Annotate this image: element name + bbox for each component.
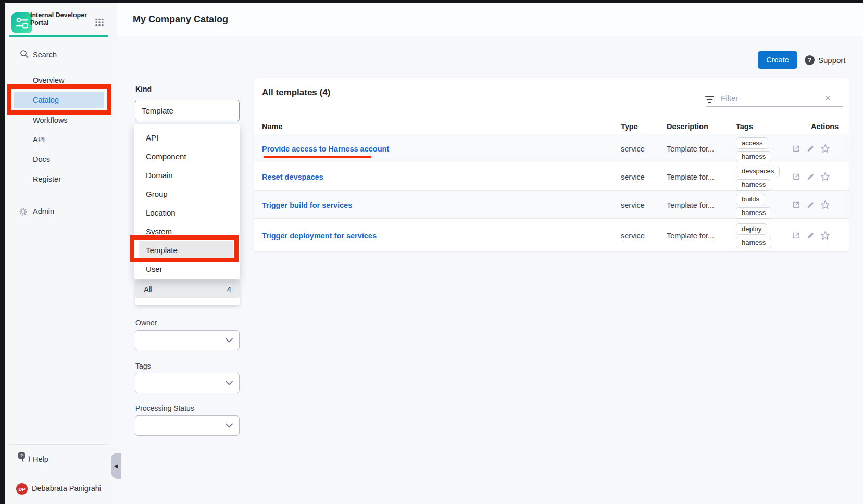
- question-glyph: ?: [808, 57, 811, 64]
- brand-divider: [9, 35, 108, 37]
- table-title: All templates (4): [262, 87, 330, 98]
- tag-badge: harness: [736, 179, 771, 191]
- sidebar-divider: [9, 444, 108, 445]
- sidebar-item-catalog-label: Catalog: [33, 96, 59, 104]
- owner-label: Owner: [135, 319, 157, 327]
- kind-option-domain[interactable]: Domain: [134, 166, 240, 184]
- table-filter-input[interactable]: Filter: [721, 94, 738, 103]
- owner-select[interactable]: [135, 330, 240, 350]
- user-name[interactable]: Debabrata Panigrahi: [32, 484, 101, 493]
- star-icon[interactable]: [820, 172, 830, 182]
- collapse-arrow-icon: ◀: [114, 463, 118, 469]
- tag-badge: harness: [736, 237, 771, 248]
- kind-option-system[interactable]: System: [134, 222, 240, 241]
- page-header: [117, 3, 863, 36]
- edit-pencil-icon[interactable]: [806, 173, 815, 181]
- open-in-new-icon[interactable]: [792, 172, 801, 181]
- star-icon[interactable]: [820, 144, 830, 154]
- filter-input-underline: [706, 106, 843, 107]
- tag-badge: deploy: [736, 223, 767, 235]
- app-logo-icon[interactable]: [11, 12, 32, 33]
- tag-badge: access: [736, 137, 768, 149]
- open-in-new-icon[interactable]: [792, 144, 801, 153]
- kind-select-value: Template: [142, 106, 173, 115]
- kind-option-api[interactable]: API: [134, 128, 240, 147]
- gear-icon: [19, 207, 28, 218]
- sidebar-collapse-handle[interactable]: ◀: [111, 453, 121, 479]
- column-header-actions: Actions: [811, 122, 839, 131]
- star-icon[interactable]: [820, 200, 830, 210]
- template-link[interactable]: Reset devspaces: [262, 173, 323, 181]
- row-description: Template for...: [667, 173, 714, 181]
- row-type: service: [621, 232, 645, 240]
- type-all-label: All: [144, 285, 153, 294]
- tag-badge: harness: [736, 207, 771, 219]
- help-icon: ?: [18, 452, 30, 464]
- support-link[interactable]: Support: [818, 56, 846, 65]
- app-title-line2: Portal: [30, 19, 92, 27]
- tag-badge: harness: [736, 151, 771, 162]
- sidebar-item-admin[interactable]: Admin: [33, 207, 54, 216]
- type-filter-all-row[interactable]: All 4: [135, 280, 240, 298]
- kind-option-location[interactable]: Location: [134, 203, 240, 222]
- sidebar-item-overview[interactable]: Overview: [33, 75, 64, 85]
- page-title: My Company Catalog: [133, 14, 228, 25]
- filter-clear-icon[interactable]: ×: [825, 93, 831, 104]
- processing-status-select[interactable]: [135, 415, 240, 436]
- template-link[interactable]: Trigger build for services: [262, 201, 352, 209]
- star-icon[interactable]: [820, 231, 830, 241]
- open-in-new-icon[interactable]: [792, 231, 801, 240]
- edit-pencil-icon[interactable]: [806, 232, 815, 240]
- kind-dropdown-menu: API Component Domain Group Location Syst…: [134, 124, 240, 279]
- edit-pencil-icon[interactable]: [806, 201, 815, 209]
- app-title-line1: Internal Developer: [30, 11, 92, 19]
- template-link[interactable]: Provide access to Harness account: [262, 145, 389, 153]
- template-link[interactable]: Trigger deployment for services: [262, 232, 377, 240]
- support-help-icon[interactable]: ?: [805, 55, 815, 65]
- filter-icon: [705, 96, 714, 105]
- app-title: Internal Developer Portal: [30, 11, 92, 27]
- sidebar-item-help[interactable]: Help: [33, 455, 48, 464]
- kind-option-template-selected[interactable]: Template: [139, 241, 233, 259]
- tags-filter-label: Tags: [135, 362, 151, 370]
- kind-label: Kind: [135, 85, 152, 93]
- sidebar-item-search[interactable]: Search: [33, 50, 57, 59]
- sidebar-item-catalog[interactable]: Catalog: [14, 92, 104, 108]
- column-header-description[interactable]: Description: [667, 122, 708, 131]
- chevron-down-icon: [226, 338, 233, 343]
- kind-select[interactable]: Template: [135, 100, 240, 121]
- type-all-count: 4: [227, 285, 231, 294]
- row-description: Template for...: [667, 201, 714, 209]
- table-row: Trigger deployment for services service …: [254, 219, 849, 251]
- kind-option-component[interactable]: Component: [134, 147, 240, 166]
- open-in-new-icon[interactable]: [792, 200, 801, 209]
- create-button-label: Create: [766, 56, 789, 64]
- table-row: Trigger build for services service Templ…: [254, 191, 849, 219]
- edit-pencil-icon[interactable]: [806, 145, 815, 153]
- sidebar-item-workflows[interactable]: Workflows: [33, 116, 68, 125]
- table-row: Provide access to Harness account servic…: [254, 134, 849, 162]
- column-header-name[interactable]: Name: [262, 122, 283, 131]
- tag-badge: devspaces: [736, 166, 780, 177]
- chevron-down-icon: [226, 423, 233, 428]
- apps-grid-icon[interactable]: [95, 18, 104, 29]
- row-type: service: [621, 201, 645, 209]
- create-button[interactable]: Create: [758, 51, 797, 69]
- chevron-down-icon: [226, 381, 233, 385]
- user-avatar[interactable]: DP: [16, 483, 28, 495]
- type-filter-card: All 4: [135, 280, 240, 305]
- sidebar-item-api[interactable]: API: [33, 135, 45, 144]
- tags-select[interactable]: [135, 373, 240, 393]
- sidebar-item-docs[interactable]: Docs: [33, 155, 50, 164]
- column-header-type[interactable]: Type: [621, 122, 638, 131]
- pipeline-logo-glyph: [13, 14, 31, 32]
- kind-option-user[interactable]: User: [134, 259, 240, 278]
- app-window: Internal Developer Portal Search Overvie…: [0, 0, 863, 504]
- table-row: Reset devspaces service Template for... …: [254, 162, 849, 191]
- sidebar-item-register[interactable]: Register: [33, 174, 61, 184]
- kind-option-group[interactable]: Group: [134, 184, 240, 203]
- tag-badge: builds: [736, 194, 765, 205]
- avatar-initials: DP: [18, 486, 25, 492]
- processing-status-label: Processing Status: [135, 404, 194, 412]
- column-header-tags[interactable]: Tags: [736, 122, 753, 131]
